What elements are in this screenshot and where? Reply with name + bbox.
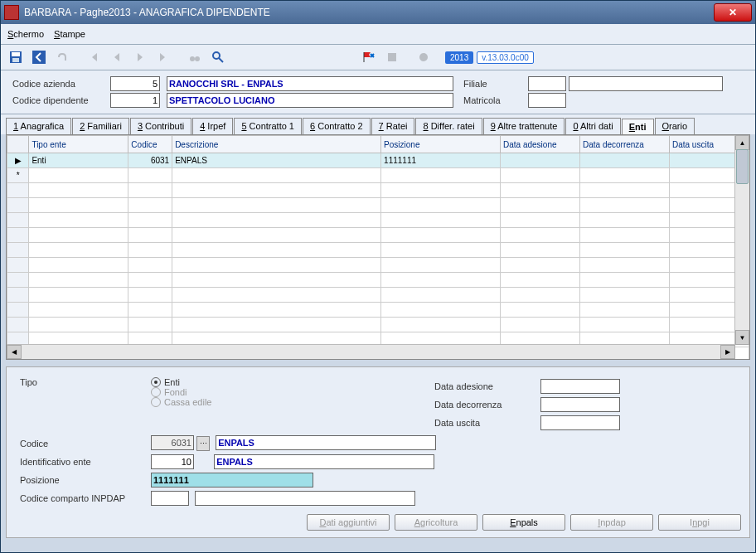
col-tipo[interactable]: Tipo ente [29,136,128,153]
codice-desc-input[interactable] [216,435,436,450]
radio-enti[interactable]: Enti [151,377,424,387]
label-data-uscita: Data uscita [431,414,537,432]
dipendente-input[interactable] [167,93,453,108]
menu-schermo[interactable]: SSchermochermo [7,29,44,39]
azienda-input[interactable] [167,76,453,91]
data-uscita-input[interactable] [540,415,620,430]
prev-icon [107,47,127,67]
table-row[interactable] [7,213,749,228]
label-codice: Codice [17,434,148,453]
table-row[interactable] [7,183,749,198]
enpals-button[interactable]: EnpalsEnpals [482,514,565,531]
radio-fondi: Fondi [151,387,424,397]
tab-altre-trattenute[interactable]: 9 Altre trattenute9 Altre trattenute [483,118,565,134]
table-row[interactable] [7,318,749,332]
svg-rect-1 [12,52,20,56]
attach-icon [52,47,72,67]
inpgi-button: InpgiInpgi [658,514,741,531]
svg-point-4 [190,56,195,61]
lookup-icon[interactable]: ⋯ [196,436,210,451]
radio-fondi-label: Fondi [164,387,187,397]
back-icon[interactable] [29,47,49,67]
toolbar: 2013 v.13.03.0c00 [1,45,755,70]
close-button[interactable]: ✕ [714,3,752,22]
radio-cassa-edile-label: Cassa edile [164,397,211,407]
identificativo-input[interactable] [151,454,194,469]
button-row: Dati aggiuntiviDati aggiuntivi Agricoltu… [307,514,741,531]
svg-rect-2 [12,58,19,62]
tab-familiari[interactable]: 2 Familiari2 Familiari [72,118,129,134]
label-tipo: Tipo [17,376,148,434]
tab-enti[interactable]: EntiEnti [622,119,654,135]
radio-cassa-edile: Cassa edile [151,397,424,407]
menu-stampe[interactable]: StampeStampe [54,29,85,39]
tabs: 1 Anagrafica1 Anagrafica 2 Familiari2 Fa… [1,114,755,134]
table-row[interactable] [7,288,749,303]
svg-line-7 [219,58,223,62]
scroll-right-icon[interactable]: ▶ [720,345,735,359]
identificativo-desc-input[interactable] [214,454,434,469]
filiale2-input[interactable] [569,76,723,91]
label-posizione: Posizione [17,471,148,489]
tab-differ-ratei[interactable]: 8 Differ. ratei8 Differ. ratei [415,118,482,134]
col-descrizione[interactable]: Descrizione [172,136,381,153]
col-posizione[interactable]: Posizione [381,136,501,153]
scroll-left-icon[interactable]: ◀ [7,345,22,359]
search-icon[interactable] [208,47,228,67]
tab-irpef[interactable]: 4 Irpef4 Irpef [192,118,233,134]
posizione-input[interactable] [151,473,313,488]
table-row[interactable] [7,198,749,213]
col-codice[interactable]: Codice [128,136,172,153]
col-data-decorrenza[interactable]: Data decorrenza [580,136,670,153]
window-title: BARBARA - Paghe2013 - ANAGRAFICA DIPENDE… [24,7,714,18]
scroll-down-icon[interactable]: ▼ [735,330,749,345]
comparto-inpdap-input[interactable] [151,491,189,506]
tab-contratto1[interactable]: 5 Contratto 15 Contratto 1 [234,118,302,134]
col-data-adesione[interactable]: Data adesione [501,136,580,153]
table-row[interactable]: ▶Enti6031ENPALS1111111 [7,153,749,168]
dati-aggiuntivi-button: Dati aggiuntiviDati aggiuntivi [307,514,390,531]
tab-anagrafica[interactable]: 1 Anagrafica1 Anagrafica [6,118,71,134]
codice-azienda-input[interactable] [110,76,160,91]
scrollbar-vertical[interactable]: ▲ ▼ [734,135,749,345]
col-rowhead [7,136,29,153]
table-row[interactable] [7,273,749,288]
tab-contributi[interactable]: 3 Contributi3 Contributi [130,118,191,134]
filiale1-input[interactable] [528,76,566,91]
svg-point-6 [213,52,220,59]
save-icon[interactable] [6,47,26,67]
close-icon: ✕ [729,7,737,18]
grid[interactable]: Tipo ente Codice Descrizione Posizione D… [6,134,750,360]
comparto-inpdap-desc-input[interactable] [195,491,415,506]
titlebar: BARBARA - Paghe2013 - ANAGRAFICA DIPENDE… [1,1,755,24]
label-identificativo: Identificativo ente [17,453,148,471]
data-decorrenza-input[interactable] [540,397,620,412]
scroll-up-icon[interactable]: ▲ [735,135,749,150]
table-row[interactable] [7,258,749,273]
tab-orario[interactable]: OrarioOrario [655,118,695,134]
scroll-thumb[interactable] [736,149,749,184]
new-row-icon: * [7,168,29,183]
codice-dipendente-input[interactable] [110,93,160,108]
table-row[interactable] [7,243,749,258]
label-comparto-inpdap: Codice comparto INPDAP [17,489,148,507]
tab-ratei[interactable]: 7 Ratei7 Ratei [371,118,415,134]
label-data-decorrenza: Data decorrenza [431,395,537,414]
stop-icon [382,47,402,67]
first-icon [84,47,104,67]
year-badge: 2013 [445,51,473,64]
scrollbar-horizontal[interactable]: ◀ ▶ [7,344,735,359]
flag-delete-icon[interactable] [359,47,379,67]
tab-contratto2[interactable]: 6 Contratto 26 Contratto 2 [303,118,371,134]
next-icon [130,47,150,67]
svg-point-5 [195,56,200,61]
table-row-new[interactable]: * [7,168,749,183]
table-row[interactable] [7,303,749,318]
table-row[interactable] [7,228,749,243]
menubar: SSchermochermo StampeStampe [1,24,755,45]
svg-rect-3 [32,51,46,64]
data-adesione-input[interactable] [540,379,620,394]
version-badge: v.13.03.0c00 [477,51,534,64]
tab-altri-dati[interactable]: 0 Altri dati0 Altri dati [565,118,620,134]
matricola-input[interactable] [528,93,566,108]
